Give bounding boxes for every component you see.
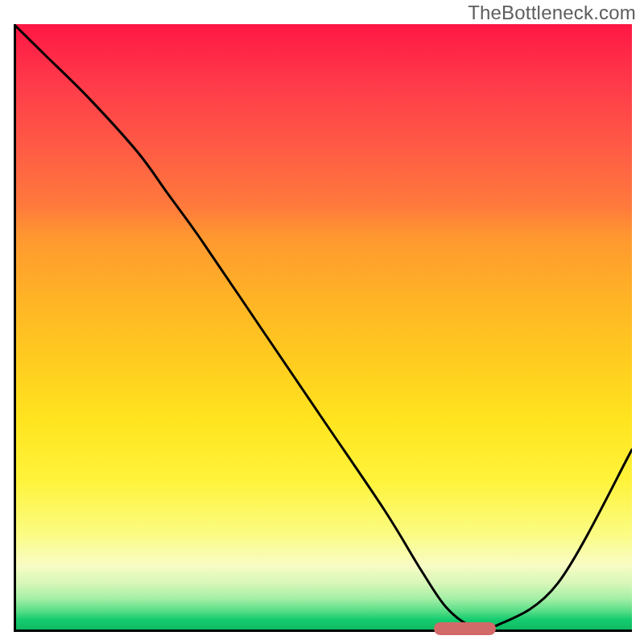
- optimal-range-marker: [434, 622, 496, 635]
- watermark-text: TheBottleneck.com: [468, 2, 636, 24]
- plot-area: [14, 24, 632, 632]
- chart-canvas: TheBottleneck.com: [0, 0, 644, 644]
- background-gradient: [14, 24, 632, 632]
